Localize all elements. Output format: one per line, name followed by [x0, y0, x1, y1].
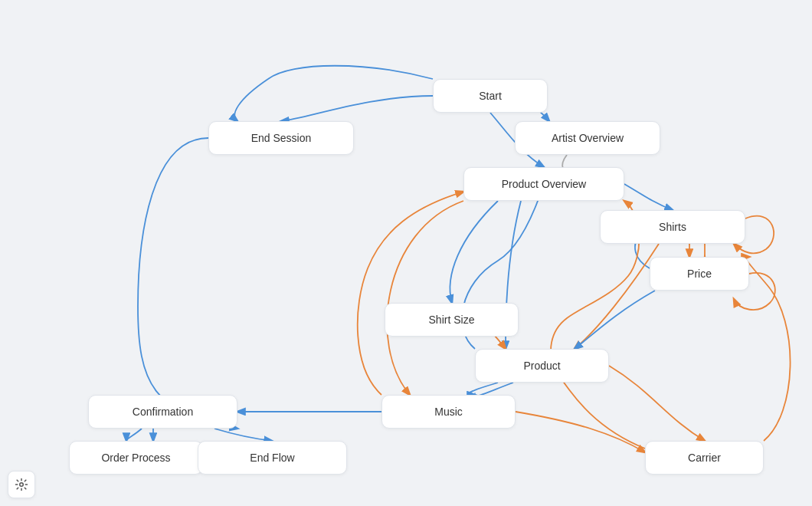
- node-end-flow[interactable]: End Flow: [198, 441, 347, 475]
- node-order-process-label: Order Process: [101, 452, 170, 464]
- arrows-svg: [0, 0, 812, 506]
- node-music[interactable]: Music: [381, 395, 516, 429]
- node-product[interactable]: Product: [475, 349, 609, 383]
- node-shirt-size[interactable]: Shirt Size: [385, 303, 519, 337]
- node-confirmation-label: Confirmation: [133, 406, 193, 418]
- tool-icon[interactable]: [8, 471, 35, 498]
- node-artist-overview-label: Artist Overview: [552, 132, 624, 144]
- node-start[interactable]: Start: [433, 79, 548, 113]
- svg-point-0: [20, 483, 24, 487]
- node-end-session[interactable]: End Session: [208, 121, 354, 155]
- node-carrier-label: Carrier: [688, 452, 721, 464]
- node-product-overview-label: Product Overview: [502, 178, 586, 190]
- node-price[interactable]: Price: [650, 257, 749, 291]
- node-product-label: Product: [523, 360, 560, 372]
- node-shirts[interactable]: Shirts: [600, 210, 745, 244]
- node-confirmation[interactable]: Confirmation: [88, 395, 237, 429]
- node-end-session-label: End Session: [251, 132, 312, 144]
- node-start-label: Start: [479, 90, 502, 102]
- node-music-label: Music: [434, 406, 463, 418]
- node-shirt-size-label: Shirt Size: [429, 314, 475, 326]
- node-artist-overview[interactable]: Artist Overview: [515, 121, 660, 155]
- node-carrier[interactable]: Carrier: [645, 441, 764, 475]
- node-end-flow-label: End Flow: [250, 452, 294, 464]
- flow-canvas: Start End Session Artist Overview Produc…: [0, 0, 812, 506]
- node-product-overview[interactable]: Product Overview: [463, 167, 624, 201]
- node-price-label: Price: [687, 268, 712, 280]
- node-order-process[interactable]: Order Process: [69, 441, 203, 475]
- node-shirts-label: Shirts: [659, 221, 686, 233]
